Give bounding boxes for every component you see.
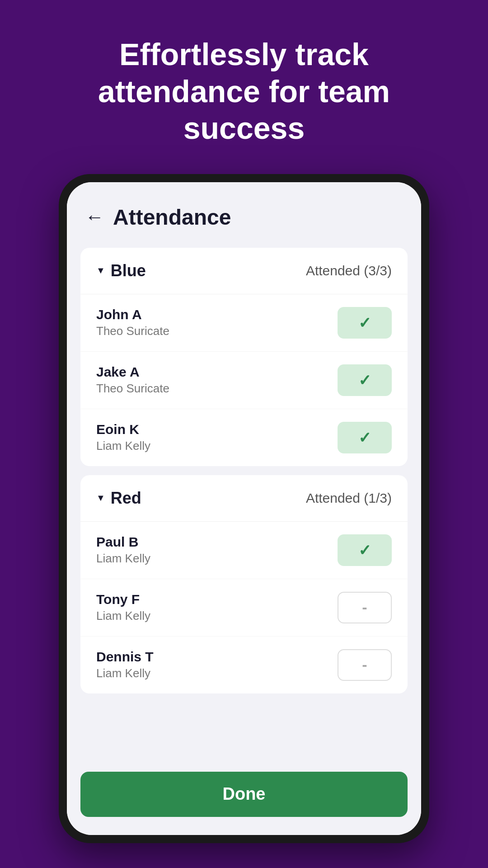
- table-row: John A Theo Suricate ✓: [80, 294, 408, 352]
- member-name: Paul B: [96, 534, 150, 550]
- member-sub: Liam Kelly: [96, 552, 150, 566]
- member-name: John A: [96, 307, 169, 322]
- member-sub: Liam Kelly: [96, 666, 154, 680]
- done-button-container: Done: [67, 763, 421, 835]
- group-name-blue: Blue: [111, 261, 146, 280]
- table-row: Eoin K Liam Kelly ✓: [80, 409, 408, 466]
- table-row: Jake A Theo Suricate ✓: [80, 352, 408, 409]
- phone-frame: ← Attendance ▼ Blue Attended (3/3) John …: [59, 174, 429, 843]
- chevron-down-icon: ▼: [96, 265, 105, 276]
- member-info: Jake A Theo Suricate: [96, 364, 169, 396]
- hero-title: Effortlessly track attendance for team s…: [0, 0, 488, 174]
- attendance-check-button[interactable]: ✓: [338, 422, 392, 453]
- attendance-check-button[interactable]: ✓: [338, 307, 392, 339]
- chevron-down-icon: ▼: [96, 493, 105, 503]
- group-card-red: ▼ Red Attended (1/3) Paul B Liam Kelly ✓…: [80, 475, 408, 693]
- table-row: Tony F Liam Kelly -: [80, 579, 408, 637]
- attendance-check-button[interactable]: ✓: [338, 534, 392, 566]
- attendance-check-button[interactable]: ✓: [338, 364, 392, 396]
- table-row: Paul B Liam Kelly ✓: [80, 522, 408, 579]
- member-info: John A Theo Suricate: [96, 307, 169, 338]
- attended-badge-blue: Attended (3/3): [306, 263, 392, 278]
- member-name: Jake A: [96, 364, 169, 380]
- member-info: Eoin K Liam Kelly: [96, 422, 150, 453]
- group-name-row-blue: ▼ Blue: [96, 261, 146, 280]
- member-sub: Liam Kelly: [96, 439, 150, 453]
- member-sub: Theo Suricate: [96, 324, 169, 338]
- page-title: Attendance: [113, 205, 231, 230]
- member-info: Dennis T Liam Kelly: [96, 649, 154, 680]
- header: ← Attendance: [67, 182, 421, 243]
- group-header-blue: ▼ Blue Attended (3/3): [80, 248, 408, 294]
- attended-badge-red: Attended (1/3): [306, 491, 392, 506]
- group-name-row-red: ▼ Red: [96, 489, 141, 508]
- scroll-content: ▼ Blue Attended (3/3) John A Theo Surica…: [67, 243, 421, 763]
- member-sub: Theo Suricate: [96, 382, 169, 396]
- member-info: Tony F Liam Kelly: [96, 592, 150, 623]
- group-header-red: ▼ Red Attended (1/3): [80, 475, 408, 522]
- done-button[interactable]: Done: [80, 772, 408, 817]
- member-info: Paul B Liam Kelly: [96, 534, 150, 566]
- attendance-uncheck-button[interactable]: -: [338, 649, 392, 681]
- member-sub: Liam Kelly: [96, 609, 150, 623]
- group-name-red: Red: [111, 489, 141, 508]
- back-button[interactable]: ←: [85, 206, 104, 228]
- table-row: Dennis T Liam Kelly -: [80, 637, 408, 693]
- member-name: Eoin K: [96, 422, 150, 437]
- member-name: Dennis T: [96, 649, 154, 665]
- group-card-blue: ▼ Blue Attended (3/3) John A Theo Surica…: [80, 248, 408, 466]
- member-name: Tony F: [96, 592, 150, 607]
- phone-inner: ← Attendance ▼ Blue Attended (3/3) John …: [67, 182, 421, 835]
- attendance-uncheck-button[interactable]: -: [338, 592, 392, 623]
